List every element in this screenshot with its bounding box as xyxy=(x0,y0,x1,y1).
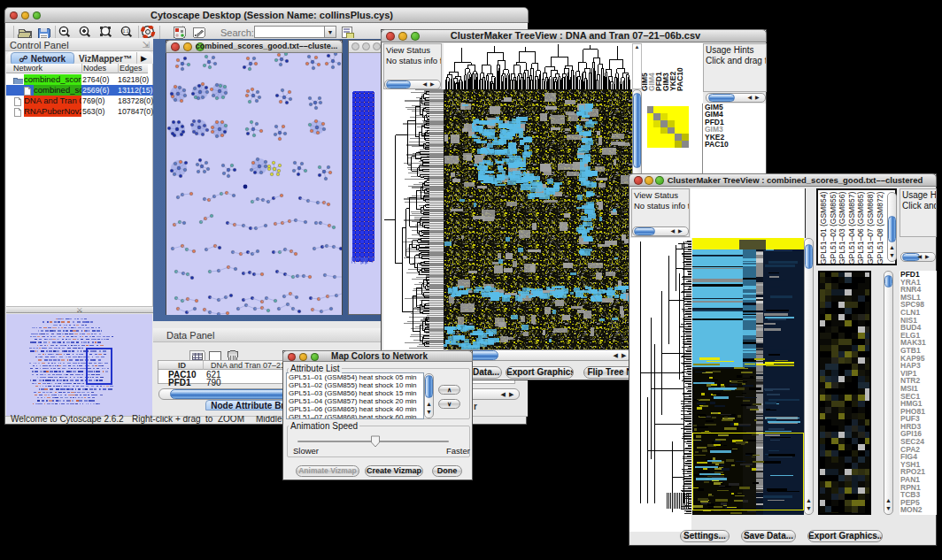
svg-text:PAC10: PAC10 xyxy=(676,67,684,91)
svg-text:GPL51–07 (GSM868): GPL51–07 (GSM868) xyxy=(866,192,875,264)
svg-text:GPL51–02 (GSM855): GPL51–02 (GSM855) xyxy=(829,192,838,264)
svg-text:GPL51–08 (GSM872): GPL51–08 (GSM872) xyxy=(876,192,884,264)
svg-text:GPL51–06 (GSM865): GPL51–06 (GSM865) xyxy=(856,192,865,264)
svg-text:GPL51–03 (GSM856): GPL51–03 (GSM856) xyxy=(838,192,846,264)
svg-text:GPL51–04 (GSM857): GPL51–04 (GSM857) xyxy=(847,192,856,264)
svg-text:GPL51–01 (GSM854): GPL51–01 (GSM854) xyxy=(819,192,828,264)
svg-text:1:1: 1:1 xyxy=(123,28,129,34)
